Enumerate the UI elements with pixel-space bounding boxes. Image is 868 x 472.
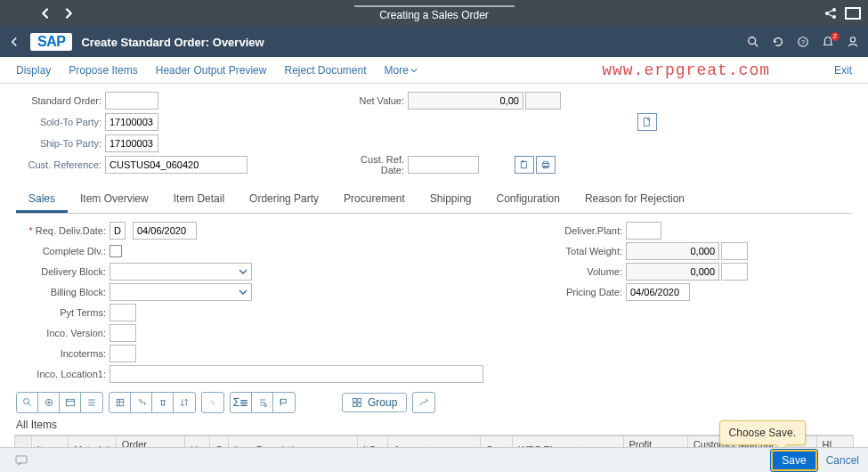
nav-forward-icon[interactable]	[62, 7, 75, 20]
sold-to-input[interactable]	[105, 113, 158, 131]
group-button[interactable]: Group	[342, 393, 407, 412]
delivery-block-combo[interactable]	[110, 263, 252, 281]
svg-rect-8	[521, 161, 526, 168]
page-title: Create Standard Order: Overview	[81, 36, 264, 49]
svg-point-6	[850, 37, 855, 42]
sap-logo: SAP	[30, 33, 72, 51]
cust-ref-input[interactable]	[105, 156, 247, 174]
sort-icon[interactable]	[174, 393, 195, 412]
nav-back-icon[interactable]	[39, 7, 52, 20]
create-doc-icon[interactable]	[515, 156, 534, 174]
share-icon[interactable]	[823, 6, 838, 20]
incoterms-label: Incoterms:	[16, 348, 110, 359]
app-top-bar: Creating a Sales Order	[0, 0, 868, 27]
schedule-icon[interactable]	[60, 393, 81, 412]
more-label: More	[385, 64, 409, 77]
fast-change-icon[interactable]	[413, 393, 434, 412]
notification-icon[interactable]: 2	[822, 36, 834, 48]
svg-point-2	[832, 15, 836, 19]
tab-configuration[interactable]: Configuration	[484, 187, 572, 213]
svg-point-3	[749, 37, 756, 45]
deliver-plant-input[interactable]	[626, 222, 661, 240]
inco-location1-label: Inco. Location1:	[16, 369, 110, 379]
cancel-button[interactable]: Cancel	[826, 454, 859, 467]
list-icon[interactable]	[81, 393, 102, 412]
tab-procurement[interactable]: Procurement	[331, 187, 418, 213]
complete-dlv-checkbox[interactable]	[110, 245, 122, 257]
cust-ref-date-label: Cust. Ref. Date:	[337, 154, 408, 175]
cust-ref-date-input[interactable]	[408, 156, 479, 174]
display-details-icon[interactable]	[17, 393, 38, 412]
message-icon[interactable]	[14, 453, 28, 468]
billing-block-combo[interactable]	[110, 283, 252, 301]
inco-version-label: Inco. Version:	[16, 328, 110, 338]
more-link[interactable]: More	[385, 64, 418, 77]
svg-rect-19	[358, 399, 361, 403]
search-icon[interactable]	[747, 36, 759, 48]
svg-rect-20	[353, 403, 357, 407]
footer-bar: Save Cancel	[0, 447, 868, 472]
total-weight-unit[interactable]	[721, 242, 748, 260]
svg-point-1	[832, 8, 836, 12]
net-value-label: Net Value:	[337, 95, 408, 106]
req-deliv-code[interactable]	[110, 222, 126, 240]
reject-document-link[interactable]: Reject Document	[284, 64, 366, 77]
svg-point-16	[264, 404, 266, 407]
ship-to-input[interactable]	[105, 134, 158, 152]
ship-to-label: Ship-To Party:	[16, 138, 105, 149]
complete-dlv-label: Complete Dlv.:	[16, 246, 110, 256]
inco-location1-input[interactable]	[110, 365, 483, 383]
svg-rect-17	[280, 399, 286, 403]
document-flow-icon[interactable]	[131, 393, 152, 412]
inco-version-input[interactable]	[110, 324, 136, 342]
volume-value	[626, 263, 719, 281]
pricing-date-label: Pricing Date:	[555, 287, 626, 297]
window-icon[interactable]	[845, 7, 861, 20]
sum-icon[interactable]: Σ≣	[231, 393, 252, 412]
conditions-icon[interactable]	[110, 393, 131, 412]
sold-to-label: Sold-To Party:	[16, 117, 105, 127]
tab-item-overview[interactable]: Item Overview	[68, 187, 161, 213]
help-icon[interactable]: ?	[797, 36, 809, 48]
tutorial-tooltip: Choose Save.	[719, 420, 806, 445]
add-icon[interactable]	[38, 393, 60, 412]
svg-rect-21	[358, 403, 361, 407]
volume-label: Volume:	[555, 266, 626, 277]
tab-item-detail[interactable]: Item Detail	[161, 187, 237, 213]
req-deliv-date[interactable]	[133, 222, 197, 240]
tab-shipping[interactable]: Shipping	[418, 187, 484, 213]
billing-block-label: Billing Block:	[16, 287, 110, 297]
action-toolbar: Display Propose Items Header Output Prev…	[0, 57, 868, 84]
document-icon[interactable]	[637, 113, 657, 131]
refresh-icon[interactable]	[772, 36, 784, 48]
sales-tab-content: * Req. Deliv.Date: Complete Dlv.: Delive…	[0, 214, 868, 388]
tab-reason-for-rejection[interactable]: Reason for Rejection	[572, 187, 697, 213]
standard-order-label: Standard Order:	[16, 95, 105, 106]
incoterms-input[interactable]	[110, 345, 136, 362]
tab-sales[interactable]: Sales	[16, 187, 68, 213]
group-label: Group	[368, 396, 397, 409]
delete-icon[interactable]	[152, 393, 174, 412]
standard-order-input[interactable]	[105, 92, 158, 110]
back-icon[interactable]	[9, 37, 20, 47]
deliver-plant-label: Deliver.Plant:	[555, 225, 626, 236]
pyt-terms-label: Pyt Terms:	[16, 307, 110, 318]
tab-ordering-party[interactable]: Ordering Party	[237, 187, 331, 213]
exit-link[interactable]: Exit	[834, 64, 852, 77]
grid-toolbar: Σ≣ Group	[0, 388, 868, 415]
net-value-input	[408, 92, 523, 110]
variant-icon[interactable]	[252, 393, 273, 412]
link-icon	[202, 393, 223, 412]
config-flag-icon[interactable]	[273, 393, 295, 412]
svg-rect-22	[16, 456, 27, 463]
print-icon[interactable]	[536, 156, 556, 174]
propose-items-link[interactable]: Propose Items	[69, 64, 137, 77]
pyt-terms-input[interactable]	[110, 304, 136, 321]
volume-unit[interactable]	[721, 263, 748, 281]
save-button[interactable]: Save	[771, 450, 816, 471]
watermark: www.erpgreat.com	[602, 61, 770, 79]
pricing-date-input[interactable]	[626, 283, 690, 301]
display-link[interactable]: Display	[16, 64, 51, 77]
user-icon[interactable]	[847, 36, 859, 48]
header-output-preview-link[interactable]: Header Output Preview	[156, 64, 267, 77]
